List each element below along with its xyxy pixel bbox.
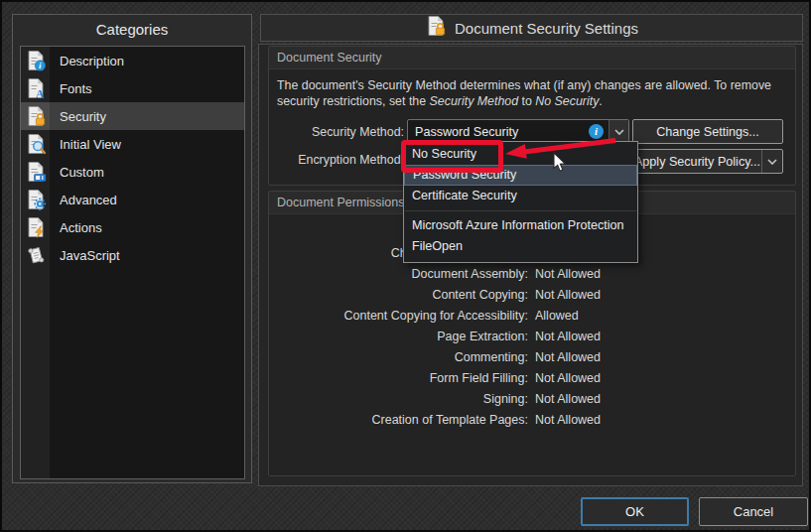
sidebar-item-actions[interactable]: Actions bbox=[21, 213, 244, 241]
description-line2: security restrictions, set the Security … bbox=[277, 93, 788, 109]
ok-label: OK bbox=[625, 504, 644, 519]
document-info-icon: i bbox=[21, 47, 50, 74]
sidebar-item-label: Custom bbox=[60, 165, 104, 180]
description-line1: The document's Security Method determine… bbox=[277, 78, 771, 92]
dialog-title: Document Security Settings bbox=[455, 20, 638, 37]
permission-row: Content Copying for Accessibility:Allowe… bbox=[268, 305, 796, 326]
ok-button[interactable]: OK bbox=[581, 497, 689, 526]
annotation-highlight-box bbox=[401, 140, 503, 173]
sidebar-item-label: Advanced bbox=[60, 193, 117, 207]
dropdown-item-microsoft-azure[interactable]: Microsoft Azure Information Protection bbox=[404, 215, 637, 236]
dropdown-item-certificate-security[interactable]: Certificate Security bbox=[404, 186, 637, 206]
cancel-label: Cancel bbox=[734, 504, 773, 519]
document-field-icon bbox=[21, 158, 50, 186]
sidebar-item-label: JavaScript bbox=[60, 248, 120, 263]
sidebar-item-javascript[interactable]: JavaScript bbox=[21, 241, 244, 269]
document-lock-icon bbox=[425, 15, 447, 41]
permission-row: Document Assembly:Not Allowed bbox=[268, 263, 796, 284]
sidebar-item-label: Initial View bbox=[60, 137, 121, 152]
sidebar-item-label: Security bbox=[60, 109, 106, 124]
document-lightning-icon bbox=[21, 213, 50, 241]
permission-row: Content Copying:Not Allowed bbox=[268, 284, 796, 305]
encryption-method-label: Encryption Method: bbox=[270, 153, 404, 167]
permission-row: Signing:Not Allowed bbox=[268, 388, 796, 409]
change-settings-button[interactable]: Change Settings... bbox=[632, 119, 783, 144]
security-method-value: Password Security bbox=[408, 125, 589, 139]
sidebar-item-label: Actions bbox=[60, 220, 102, 235]
apply-security-policy-button[interactable]: Apply Security Policy... bbox=[632, 149, 783, 174]
categories-list: i Description A Fonts Security bbox=[20, 46, 245, 479]
chevron-down-icon[interactable] bbox=[761, 150, 782, 173]
permission-row: Page Extraction:Not Allowed bbox=[268, 326, 796, 346]
sidebar-item-label: Fonts bbox=[60, 81, 92, 96]
security-method-label: Security Method: bbox=[270, 125, 404, 139]
categories-title: Categories bbox=[13, 15, 251, 45]
document-security-group-title: Document Security bbox=[269, 47, 795, 69]
document-lock-icon bbox=[21, 102, 50, 130]
document-gear-icon bbox=[21, 186, 50, 213]
dropdown-item-fileopen[interactable]: FileOpen bbox=[404, 236, 637, 257]
sidebar-item-advanced[interactable]: Advanced bbox=[21, 186, 244, 213]
sidebar-item-security[interactable]: Security bbox=[21, 102, 244, 130]
document-security-settings-dialog: Categories i Description A Fonts Securit… bbox=[0, 0, 811, 532]
sidebar-item-description[interactable]: i Description bbox=[21, 47, 244, 74]
permission-row: Creation of Template Pages:Not Allowed bbox=[268, 409, 796, 430]
script-scroll-icon bbox=[21, 241, 50, 269]
sidebar-item-label: Description bbox=[60, 54, 124, 68]
settings-header-bar: Document Security Settings bbox=[260, 14, 803, 42]
categories-panel: Categories i Description A Fonts Securit… bbox=[12, 14, 252, 483]
change-settings-label: Change Settings... bbox=[656, 125, 759, 139]
document-fonts-icon: A bbox=[21, 74, 50, 102]
permission-row: Form Field Filling:Not Allowed bbox=[268, 367, 796, 388]
dropdown-separator bbox=[405, 210, 636, 211]
security-description: The document's Security Method determine… bbox=[277, 77, 788, 109]
sidebar-item-fonts[interactable]: A Fonts bbox=[21, 74, 244, 102]
cancel-button[interactable]: Cancel bbox=[699, 497, 808, 526]
sidebar-item-initial-view[interactable]: Initial View bbox=[21, 130, 244, 158]
document-magnifier-icon bbox=[21, 130, 50, 158]
info-icon[interactable]: i bbox=[589, 124, 604, 139]
apply-security-policy-label: Apply Security Policy... bbox=[633, 155, 761, 169]
permissions-list: Changing the Document:Not Allowed Docume… bbox=[268, 242, 796, 430]
chevron-down-icon[interactable] bbox=[608, 120, 628, 143]
sidebar-item-custom[interactable]: Custom bbox=[21, 158, 244, 186]
permission-row: Commenting:Not Allowed bbox=[268, 346, 796, 367]
svg-text:A: A bbox=[35, 87, 44, 100]
